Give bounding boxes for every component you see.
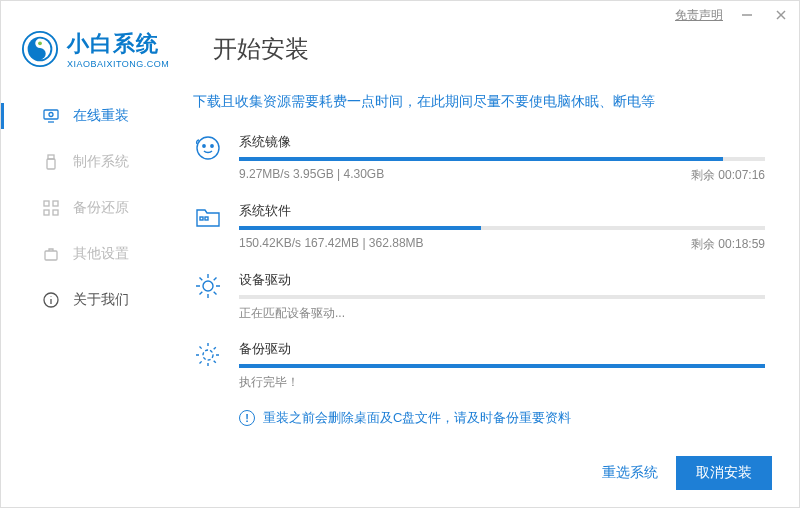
progress-bar: [239, 364, 765, 368]
alert-icon: !: [239, 410, 255, 426]
gear-icon: [193, 271, 223, 301]
task-title: 设备驱动: [239, 271, 765, 289]
task-speed: 150.42KB/s 167.42MB | 362.88MB: [239, 236, 424, 253]
task-remaining: 剩余 00:18:59: [691, 236, 765, 253]
sidebar-item-other-settings[interactable]: 其他设置: [1, 231, 181, 277]
notice-text: 下载且收集资源需要耗费一点时间，在此期间尽量不要使电脑休眠、断电等: [193, 93, 765, 111]
reselect-system-link[interactable]: 重选系统: [602, 464, 658, 482]
progress-bar: [239, 226, 765, 230]
usb-icon: [43, 154, 59, 170]
titlebar: 免责声明: [1, 1, 799, 29]
svg-point-21: [211, 145, 213, 147]
page-title: 开始安装: [213, 33, 309, 65]
sidebar-item-backup-restore[interactable]: 备份还原: [1, 185, 181, 231]
svg-rect-15: [45, 251, 57, 260]
sidebar-item-label: 关于我们: [73, 291, 129, 309]
task-system-image: 系统镜像 9.27MB/s 3.95GB | 4.30GB剩余 00:07:16: [193, 133, 765, 184]
svg-rect-23: [205, 217, 208, 220]
svg-rect-14: [53, 210, 58, 215]
grid-icon: [43, 200, 59, 216]
footer: 重选系统 取消安装: [602, 456, 772, 490]
brand-domain: XIAOBAIXITONG.COM: [67, 59, 169, 69]
progress-bar: [239, 295, 765, 299]
sidebar-item-label: 制作系统: [73, 153, 129, 171]
briefcase-icon: [43, 246, 59, 262]
info-icon: [43, 292, 59, 308]
svg-point-24: [203, 281, 213, 291]
task-device-driver: 设备驱动 正在匹配设备驱动...: [193, 271, 765, 322]
sidebar-item-about[interactable]: 关于我们: [1, 277, 181, 323]
logo-icon: [21, 30, 59, 68]
main-content: 下载且收集资源需要耗费一点时间，在此期间尽量不要使电脑休眠、断电等 系统镜像 9…: [181, 79, 799, 479]
minimize-button[interactable]: [737, 5, 757, 25]
svg-point-7: [49, 113, 53, 117]
task-backup-driver: 备份驱动 执行完毕！: [193, 340, 765, 391]
close-button[interactable]: [771, 5, 791, 25]
svg-rect-6: [44, 110, 58, 119]
disclaimer-link[interactable]: 免责声明: [675, 7, 723, 24]
task-remaining: 剩余 00:07:16: [691, 167, 765, 184]
cancel-install-button[interactable]: 取消安装: [676, 456, 772, 490]
warning-text: 重装之前会删除桌面及C盘文件，请及时备份重要资料: [263, 409, 571, 427]
task-system-software: 系统软件 150.42KB/s 167.42MB | 362.88MB剩余 00…: [193, 202, 765, 253]
svg-rect-11: [44, 201, 49, 206]
task-status: 执行完毕！: [239, 374, 299, 391]
task-speed: 9.27MB/s 3.95GB | 4.30GB: [239, 167, 384, 184]
task-title: 备份驱动: [239, 340, 765, 358]
progress-bar: [239, 157, 765, 161]
header: 小白系统 XIAOBAIXITONG.COM 开始安装: [1, 29, 799, 79]
warning-message: ! 重装之前会删除桌面及C盘文件，请及时备份重要资料: [239, 409, 765, 427]
svg-rect-10: [47, 159, 55, 169]
brand-name: 小白系统: [67, 29, 169, 59]
svg-point-20: [203, 145, 205, 147]
svg-rect-12: [53, 201, 58, 206]
sidebar: 在线重装 制作系统 备份还原 其他设置 关于我们: [1, 79, 181, 479]
sidebar-item-label: 其他设置: [73, 245, 129, 263]
svg-rect-22: [200, 217, 203, 220]
sidebar-item-label: 备份还原: [73, 199, 129, 217]
sidebar-item-label: 在线重装: [73, 107, 129, 125]
task-title: 系统软件: [239, 202, 765, 220]
svg-point-19: [197, 137, 219, 159]
gear-dashed-icon: [193, 340, 223, 370]
svg-point-5: [38, 41, 42, 45]
task-title: 系统镜像: [239, 133, 765, 151]
face-icon: [193, 133, 223, 163]
task-status: 正在匹配设备驱动...: [239, 305, 345, 322]
svg-point-25: [203, 350, 213, 360]
logo: 小白系统 XIAOBAIXITONG.COM: [21, 29, 201, 69]
folder-icon: [193, 202, 223, 232]
svg-rect-13: [44, 210, 49, 215]
monitor-icon: [43, 108, 59, 124]
sidebar-item-online-reinstall[interactable]: 在线重装: [1, 93, 181, 139]
sidebar-item-make-system[interactable]: 制作系统: [1, 139, 181, 185]
